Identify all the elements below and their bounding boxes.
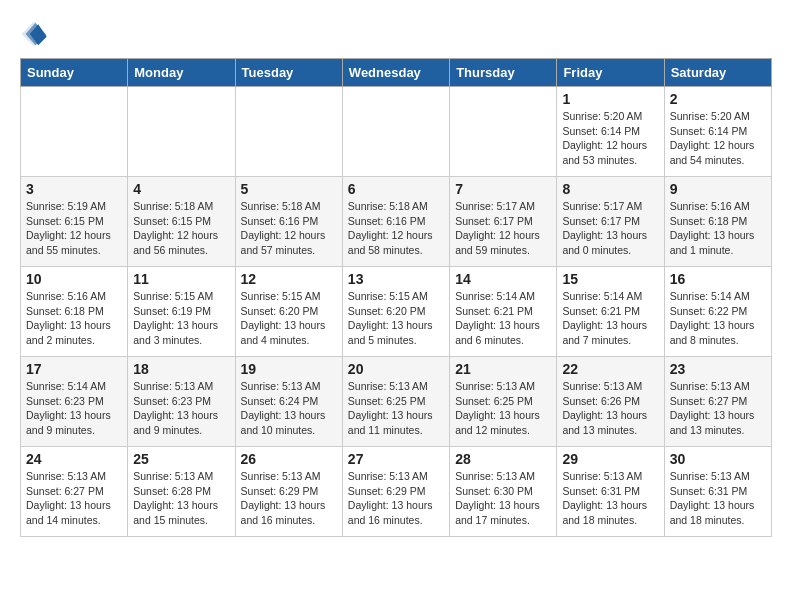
calendar-day-cell: 2Sunrise: 5:20 AM Sunset: 6:14 PM Daylig…	[664, 87, 771, 177]
day-number: 14	[455, 271, 551, 287]
day-number: 23	[670, 361, 766, 377]
day-number: 20	[348, 361, 444, 377]
day-info: Sunrise: 5:13 AM Sunset: 6:26 PM Dayligh…	[562, 379, 658, 438]
calendar-table: SundayMondayTuesdayWednesdayThursdayFrid…	[20, 58, 772, 537]
day-number: 19	[241, 361, 337, 377]
day-number: 8	[562, 181, 658, 197]
day-number: 28	[455, 451, 551, 467]
weekday-header-thursday: Thursday	[450, 59, 557, 87]
calendar-day-cell: 9Sunrise: 5:16 AM Sunset: 6:18 PM Daylig…	[664, 177, 771, 267]
calendar-day-cell: 7Sunrise: 5:17 AM Sunset: 6:17 PM Daylig…	[450, 177, 557, 267]
logo	[20, 20, 52, 48]
calendar-day-cell: 6Sunrise: 5:18 AM Sunset: 6:16 PM Daylig…	[342, 177, 449, 267]
day-number: 26	[241, 451, 337, 467]
day-info: Sunrise: 5:13 AM Sunset: 6:24 PM Dayligh…	[241, 379, 337, 438]
weekday-header-row: SundayMondayTuesdayWednesdayThursdayFrid…	[21, 59, 772, 87]
calendar-week-row: 3Sunrise: 5:19 AM Sunset: 6:15 PM Daylig…	[21, 177, 772, 267]
weekday-header-sunday: Sunday	[21, 59, 128, 87]
day-number: 5	[241, 181, 337, 197]
empty-cell	[235, 87, 342, 177]
calendar-day-cell: 14Sunrise: 5:14 AM Sunset: 6:21 PM Dayli…	[450, 267, 557, 357]
calendar-day-cell: 25Sunrise: 5:13 AM Sunset: 6:28 PM Dayli…	[128, 447, 235, 537]
day-number: 11	[133, 271, 229, 287]
day-info: Sunrise: 5:15 AM Sunset: 6:20 PM Dayligh…	[348, 289, 444, 348]
day-number: 21	[455, 361, 551, 377]
day-number: 13	[348, 271, 444, 287]
day-number: 2	[670, 91, 766, 107]
day-info: Sunrise: 5:13 AM Sunset: 6:25 PM Dayligh…	[348, 379, 444, 438]
calendar-day-cell: 29Sunrise: 5:13 AM Sunset: 6:31 PM Dayli…	[557, 447, 664, 537]
calendar-day-cell: 20Sunrise: 5:13 AM Sunset: 6:25 PM Dayli…	[342, 357, 449, 447]
calendar-day-cell: 27Sunrise: 5:13 AM Sunset: 6:29 PM Dayli…	[342, 447, 449, 537]
calendar-day-cell: 30Sunrise: 5:13 AM Sunset: 6:31 PM Dayli…	[664, 447, 771, 537]
day-info: Sunrise: 5:13 AM Sunset: 6:25 PM Dayligh…	[455, 379, 551, 438]
calendar-day-cell: 5Sunrise: 5:18 AM Sunset: 6:16 PM Daylig…	[235, 177, 342, 267]
day-info: Sunrise: 5:13 AM Sunset: 6:27 PM Dayligh…	[670, 379, 766, 438]
day-info: Sunrise: 5:18 AM Sunset: 6:16 PM Dayligh…	[241, 199, 337, 258]
day-info: Sunrise: 5:15 AM Sunset: 6:19 PM Dayligh…	[133, 289, 229, 348]
day-number: 17	[26, 361, 122, 377]
day-info: Sunrise: 5:18 AM Sunset: 6:15 PM Dayligh…	[133, 199, 229, 258]
calendar-week-row: 17Sunrise: 5:14 AM Sunset: 6:23 PM Dayli…	[21, 357, 772, 447]
day-info: Sunrise: 5:13 AM Sunset: 6:29 PM Dayligh…	[241, 469, 337, 528]
empty-cell	[21, 87, 128, 177]
day-info: Sunrise: 5:13 AM Sunset: 6:28 PM Dayligh…	[133, 469, 229, 528]
day-number: 10	[26, 271, 122, 287]
day-info: Sunrise: 5:20 AM Sunset: 6:14 PM Dayligh…	[562, 109, 658, 168]
calendar-day-cell: 16Sunrise: 5:14 AM Sunset: 6:22 PM Dayli…	[664, 267, 771, 357]
day-info: Sunrise: 5:20 AM Sunset: 6:14 PM Dayligh…	[670, 109, 766, 168]
calendar-week-row: 1Sunrise: 5:20 AM Sunset: 6:14 PM Daylig…	[21, 87, 772, 177]
day-number: 18	[133, 361, 229, 377]
day-info: Sunrise: 5:16 AM Sunset: 6:18 PM Dayligh…	[26, 289, 122, 348]
empty-cell	[450, 87, 557, 177]
day-info: Sunrise: 5:13 AM Sunset: 6:29 PM Dayligh…	[348, 469, 444, 528]
page-header	[20, 20, 772, 48]
weekday-header-saturday: Saturday	[664, 59, 771, 87]
logo-icon	[20, 20, 48, 48]
weekday-header-monday: Monday	[128, 59, 235, 87]
calendar-day-cell: 3Sunrise: 5:19 AM Sunset: 6:15 PM Daylig…	[21, 177, 128, 267]
day-info: Sunrise: 5:16 AM Sunset: 6:18 PM Dayligh…	[670, 199, 766, 258]
calendar-day-cell: 26Sunrise: 5:13 AM Sunset: 6:29 PM Dayli…	[235, 447, 342, 537]
day-number: 6	[348, 181, 444, 197]
day-info: Sunrise: 5:13 AM Sunset: 6:23 PM Dayligh…	[133, 379, 229, 438]
calendar-week-row: 24Sunrise: 5:13 AM Sunset: 6:27 PM Dayli…	[21, 447, 772, 537]
day-number: 16	[670, 271, 766, 287]
calendar-day-cell: 10Sunrise: 5:16 AM Sunset: 6:18 PM Dayli…	[21, 267, 128, 357]
calendar-day-cell: 17Sunrise: 5:14 AM Sunset: 6:23 PM Dayli…	[21, 357, 128, 447]
day-number: 22	[562, 361, 658, 377]
day-number: 30	[670, 451, 766, 467]
calendar-day-cell: 4Sunrise: 5:18 AM Sunset: 6:15 PM Daylig…	[128, 177, 235, 267]
day-number: 1	[562, 91, 658, 107]
day-number: 12	[241, 271, 337, 287]
calendar-day-cell: 18Sunrise: 5:13 AM Sunset: 6:23 PM Dayli…	[128, 357, 235, 447]
calendar-day-cell: 12Sunrise: 5:15 AM Sunset: 6:20 PM Dayli…	[235, 267, 342, 357]
day-number: 15	[562, 271, 658, 287]
day-info: Sunrise: 5:13 AM Sunset: 6:31 PM Dayligh…	[670, 469, 766, 528]
day-info: Sunrise: 5:17 AM Sunset: 6:17 PM Dayligh…	[455, 199, 551, 258]
calendar-day-cell: 28Sunrise: 5:13 AM Sunset: 6:30 PM Dayli…	[450, 447, 557, 537]
day-info: Sunrise: 5:15 AM Sunset: 6:20 PM Dayligh…	[241, 289, 337, 348]
day-number: 4	[133, 181, 229, 197]
day-number: 7	[455, 181, 551, 197]
calendar-week-row: 10Sunrise: 5:16 AM Sunset: 6:18 PM Dayli…	[21, 267, 772, 357]
day-info: Sunrise: 5:13 AM Sunset: 6:30 PM Dayligh…	[455, 469, 551, 528]
day-number: 9	[670, 181, 766, 197]
weekday-header-wednesday: Wednesday	[342, 59, 449, 87]
day-info: Sunrise: 5:14 AM Sunset: 6:23 PM Dayligh…	[26, 379, 122, 438]
calendar-day-cell: 21Sunrise: 5:13 AM Sunset: 6:25 PM Dayli…	[450, 357, 557, 447]
day-info: Sunrise: 5:14 AM Sunset: 6:21 PM Dayligh…	[455, 289, 551, 348]
day-info: Sunrise: 5:17 AM Sunset: 6:17 PM Dayligh…	[562, 199, 658, 258]
calendar-day-cell: 24Sunrise: 5:13 AM Sunset: 6:27 PM Dayli…	[21, 447, 128, 537]
day-info: Sunrise: 5:14 AM Sunset: 6:21 PM Dayligh…	[562, 289, 658, 348]
day-number: 3	[26, 181, 122, 197]
weekday-header-tuesday: Tuesday	[235, 59, 342, 87]
calendar-day-cell: 19Sunrise: 5:13 AM Sunset: 6:24 PM Dayli…	[235, 357, 342, 447]
calendar-day-cell: 1Sunrise: 5:20 AM Sunset: 6:14 PM Daylig…	[557, 87, 664, 177]
day-number: 25	[133, 451, 229, 467]
day-info: Sunrise: 5:19 AM Sunset: 6:15 PM Dayligh…	[26, 199, 122, 258]
calendar-day-cell: 15Sunrise: 5:14 AM Sunset: 6:21 PM Dayli…	[557, 267, 664, 357]
calendar-day-cell: 22Sunrise: 5:13 AM Sunset: 6:26 PM Dayli…	[557, 357, 664, 447]
calendar-day-cell: 23Sunrise: 5:13 AM Sunset: 6:27 PM Dayli…	[664, 357, 771, 447]
day-number: 27	[348, 451, 444, 467]
